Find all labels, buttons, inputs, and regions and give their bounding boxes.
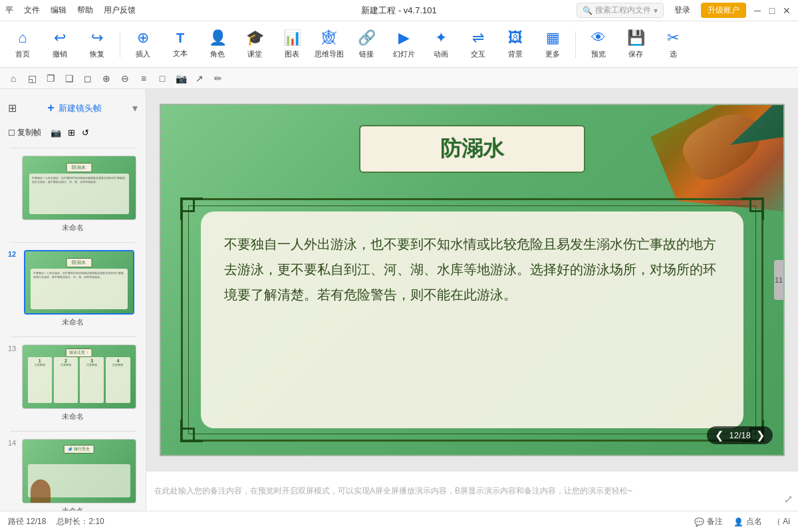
content-text-box[interactable]: 不要独自一人外出游泳，也不要到不知水情或比较危险且易发生溺水伤亡事故的地方去游泳… [201,211,743,428]
tool-save-label: 保存 [628,49,643,59]
notes-placeholder: 在此处输入您的备注内容，在预览时开启双屏模式，可以实现A屏全屏播放演示内容，B屏… [154,485,632,497]
prev-page-icon[interactable]: ❮ [715,429,724,442]
thumb13-cell-1: 1 注意事项 [28,357,52,403]
thumb13-num-2: 2 [65,358,67,363]
slide-thumbnail-13[interactable]: 游泳注意 ↑ 1 注意事项 2 注意事项 3 注意事项 [22,344,136,409]
menu-file[interactable]: 文件 [24,5,40,16]
thumb13-num-1: 1 [39,358,41,363]
tool-insert[interactable]: ⊕ 插入 [126,25,160,65]
right-expand-handle[interactable]: 11 [774,260,783,300]
tool-character[interactable]: 👤 角色 [200,25,235,65]
slide-title-box[interactable]: 防溺水 [359,125,585,173]
interact-icon: ⇌ [472,29,484,47]
slide-thumbnail-11[interactable]: 防溺水 不要独自一人外出游泳，也不要到不知水情或比较危险且易发生溺水伤亡事故的地… [22,156,136,220]
slide-label-11: 未命名 [3,223,143,233]
menu-help[interactable]: 帮助 [77,5,93,16]
login-button[interactable]: 登录 [669,3,696,17]
action-grid-icon[interactable]: ≡ [136,70,152,86]
tool-redo[interactable]: ↪ 恢复 [80,25,114,65]
tool-undo-label: 撤销 [53,49,67,59]
canvas-container: 防溺水 [146,89,798,471]
action-box-icon[interactable]: □ [154,70,170,86]
tool-chart[interactable]: 📊 图表 [275,25,309,65]
divider-line-12 [10,242,136,243]
menu-feedback[interactable]: 用户反馈 [104,5,136,16]
action-zoom-out-icon[interactable]: ⊖ [117,70,133,86]
tool-more-label: 更多 [545,49,560,59]
tool-text[interactable]: T 文本 [163,25,198,65]
tool-interact-label: 交互 [471,49,485,59]
copy-frame-button[interactable]: ☐ 复制帧 [8,127,41,138]
action-crop-icon[interactable]: ◻ [80,70,96,86]
rotate-tool-icon[interactable]: ↺ [82,128,89,138]
tool-mindmap[interactable]: 🕸 思维导图 [312,25,346,65]
slide-label-13: 未命名 [3,412,143,422]
slide-thumbnail-12[interactable]: 防溺水 不要独自一人外出游泳，也不要到不知水情或比较危险且易发生溺水伤亡事故的地… [24,250,134,315]
slide-panel: ⊞ + 新建镜头帧 ▾ ☐ 复制帧 📷 ⊞ ↺ [0,89,146,511]
bookmarks-button[interactable]: 👤 点名 [733,516,762,527]
menu-flat[interactable]: 平 [5,5,13,16]
tool-save[interactable]: 💾 保存 [618,25,653,65]
toolbar-separator-2 [575,31,576,58]
panel-collapse-icon[interactable]: ▾ [132,102,138,114]
menu-bar: 平 文件 编辑 帮助 用户反馈 [5,5,136,16]
slide-divider-13 [3,330,143,343]
action-edit-icon[interactable]: ✏ [210,70,226,86]
tool-select[interactable]: ✂ 选 [656,25,690,65]
chart-icon: 📊 [283,29,301,47]
slide-thumbnail-14[interactable]: 🧳 旅行安全 [22,439,136,503]
action-home-icon[interactable]: ⌂ [5,70,21,86]
action-frame-icon[interactable]: ◱ [24,70,40,86]
slide-item-12: 12 防溺水 不要独自一人外出游泳，也不要到不知水情或比较危险且易发生溺水伤亡事… [3,235,143,327]
action-zoom-in-icon[interactable]: ⊕ [98,70,114,86]
tool-select-label: 选 [670,49,677,59]
slide-divider-14 [3,424,143,438]
new-frame-button[interactable]: + 新建镜头帧 [42,96,107,120]
ai-label[interactable]: （ Ai [773,516,790,527]
animation-icon: ✦ [435,29,447,47]
action-copy-icon[interactable]: ❐ [43,70,59,86]
copy-icon: ☐ [8,128,15,138]
thumb13-cell-3: 3 注意事项 [80,357,104,403]
search-dropdown-icon[interactable]: ▾ [654,6,658,15]
action-expand-icon[interactable]: ↗ [192,70,207,86]
menu-edit[interactable]: 编辑 [51,5,66,16]
grid-tool-icon[interactable]: ⊞ [68,128,75,138]
tool-undo[interactable]: ↩ 撤销 [43,25,77,65]
page-indicator: 12/18 [729,430,751,440]
tool-background[interactable]: 🖼 背景 [498,25,533,65]
thumb13-text-1: 注意事项 [35,363,45,366]
action-paste-icon[interactable]: ❑ [61,70,77,86]
slide-canvas[interactable]: 防溺水 [160,104,785,456]
tool-home[interactable]: ⌂ 首页 [5,25,40,65]
thumb13-grid: 1 注意事项 2 注意事项 3 注意事项 4 注 [28,357,130,403]
tool-slideshow[interactable]: ▶ 幻灯片 [386,25,421,65]
mindmap-icon: 🕸 [322,29,336,47]
tool-mindmap-label: 思维导图 [315,49,344,59]
tool-animation[interactable]: ✦ 动画 [424,25,458,65]
slide-title: 防溺水 [376,134,568,164]
camera-tool-icon[interactable]: 📷 [51,128,61,138]
plus-icon: + [47,101,55,115]
slide-item-14: 14 🧳 旅行安全 未命名 [3,424,143,511]
tool-interact[interactable]: ⇌ 交互 [461,25,495,65]
bookmarks-label: 点名 [746,516,762,527]
panel-header: ⊞ + 新建镜头帧 ▾ [3,92,143,124]
comments-button[interactable]: 💬 备注 [694,516,723,527]
close-button[interactable]: ✕ [781,5,793,17]
tool-class[interactable]: 🎓 课堂 [237,25,272,65]
comment-icon: 💬 [694,517,704,527]
next-page-icon[interactable]: ❯ [756,429,765,442]
tool-link[interactable]: 🔗 链接 [349,25,384,65]
minimize-button[interactable]: ─ [751,5,763,17]
notes-area[interactable]: 在此处输入您的备注内容，在预览时开启双屏模式，可以实现A屏全屏播放演示内容，B屏… [146,471,798,511]
tool-preview[interactable]: 👁 预览 [581,25,616,65]
tool-animation-label: 动画 [434,49,448,59]
action-camera-icon[interactable]: 📷 [173,70,189,86]
search-box[interactable]: 🔍 搜索工程内文件 ▾ [577,3,664,18]
notes-expand-icon[interactable]: ⤢ [784,493,793,505]
link-icon: 🔗 [358,29,376,47]
maximize-button[interactable]: □ [766,5,778,17]
tool-more[interactable]: ▦ 更多 [535,25,570,65]
upgrade-button[interactable]: 升级账户 [701,3,746,18]
